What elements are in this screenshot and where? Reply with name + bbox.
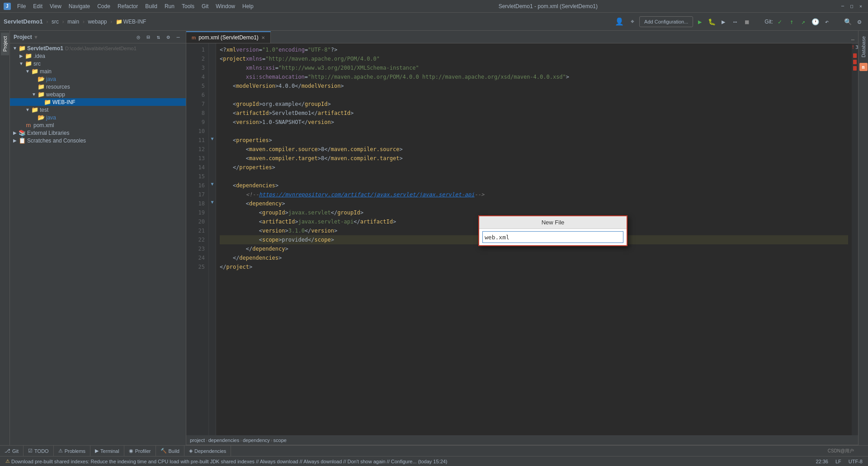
profiler-tab-label: Profiler bbox=[135, 448, 151, 454]
tree-resources[interactable]: ▶ 📁 resources bbox=[10, 83, 186, 90]
close-button[interactable]: ✕ bbox=[857, 3, 864, 10]
mvn-link[interactable]: https://mvnrepository.com/artifact/javax… bbox=[259, 190, 475, 199]
run-button[interactable]: ▶ bbox=[695, 17, 705, 27]
menu-run[interactable]: Run bbox=[161, 2, 178, 10]
git-tab-label: Git bbox=[12, 448, 19, 454]
tree-java-1[interactable]: ▶ 📂 java bbox=[10, 75, 186, 83]
hide-panel-button[interactable]: — bbox=[174, 33, 182, 41]
search-everywhere[interactable]: 🔍 bbox=[843, 17, 853, 27]
bc-project[interactable]: project bbox=[190, 437, 205, 443]
gutter-14 bbox=[209, 161, 216, 170]
menu-view[interactable]: View bbox=[46, 2, 65, 10]
webapp-label: webapp bbox=[46, 91, 65, 98]
line-ending[interactable]: LF bbox=[834, 459, 843, 464]
git-push[interactable]: ↗ bbox=[798, 17, 808, 27]
right-panel-tabs: Database m bbox=[858, 31, 868, 445]
tree-idea[interactable]: ▶ 📁 .idea bbox=[10, 52, 186, 60]
new-file-dialog: New File bbox=[478, 215, 627, 246]
profiler-tab[interactable]: ◉ Profiler bbox=[124, 446, 156, 456]
xml-pi: xml bbox=[226, 45, 236, 54]
main-area: Project Project ▼ ◎ ⊟ ⇅ ⚙ — ▼ 📁 ServletD… bbox=[0, 31, 868, 445]
deps-tab-icon: ◈ bbox=[189, 448, 193, 454]
bc-dependency[interactable]: dependency bbox=[243, 437, 270, 443]
menu-navigate[interactable]: Navigate bbox=[65, 2, 94, 10]
user-icon[interactable]: 👤 bbox=[615, 17, 624, 26]
menu-refactor[interactable]: Refactor bbox=[114, 2, 142, 10]
breadcrumb-main[interactable]: main bbox=[67, 19, 79, 25]
todo-tab[interactable]: ☑ TODO bbox=[24, 446, 54, 456]
bc-scope[interactable]: scope bbox=[274, 437, 287, 443]
git-tab[interactable]: ⎇ Git bbox=[0, 446, 24, 456]
tree-java-2[interactable]: ▶ 📂 java bbox=[10, 114, 186, 121]
tree-root[interactable]: ▼ 📁 ServletDemo1 D:\code\Java\bite\Servl… bbox=[10, 44, 186, 52]
stop-button[interactable]: ■ bbox=[742, 17, 752, 27]
maximize-button[interactable]: □ bbox=[848, 3, 855, 10]
bc-dependencies[interactable]: dependencies bbox=[208, 437, 240, 443]
new-file-input[interactable] bbox=[483, 232, 623, 243]
src-icon: 📁 bbox=[24, 60, 33, 67]
project-panel-tab[interactable]: Project bbox=[1, 33, 9, 55]
tree-test[interactable]: ▼ 📁 test bbox=[10, 106, 186, 114]
tree-scratches[interactable]: ▶ 📋 Scratches and Consoles bbox=[10, 137, 186, 144]
tree-ext-libs[interactable]: ▶ 📚 External Libraries bbox=[10, 129, 186, 137]
breadcrumb-src[interactable]: src bbox=[52, 19, 59, 25]
code-content[interactable]: <?xml version="1.0" encoding="UTF-8" ?> … bbox=[216, 43, 852, 435]
code-editor[interactable]: 1 2 3 4 5 6 7 8 9 10 11 12 13 14 15 16 1… bbox=[186, 43, 858, 435]
collapse-all-button[interactable]: ⊟ bbox=[144, 33, 152, 41]
add-configuration-button[interactable]: Add Configuration... bbox=[639, 16, 693, 27]
locate-file-button[interactable]: ◎ bbox=[134, 33, 142, 41]
tree-pom[interactable]: ▶ m pom.xml bbox=[10, 121, 186, 129]
build-tab[interactable]: 🔨 Build bbox=[156, 446, 184, 456]
ext-label: External Libraries bbox=[27, 130, 69, 136]
warning-area[interactable]: ⚠ Download pre-built shared indexes: Red… bbox=[4, 458, 810, 464]
code-line-11: <properties> bbox=[220, 136, 848, 145]
terminal-tab[interactable]: ▶ Terminal bbox=[90, 446, 124, 456]
ext-arrow: ▶ bbox=[12, 130, 18, 135]
navigate-back[interactable]: ⌖ bbox=[627, 17, 637, 27]
tree-main[interactable]: ▼ 📁 main bbox=[10, 67, 186, 75]
git-check[interactable]: ✓ bbox=[775, 17, 785, 27]
tab-icon: m bbox=[192, 35, 196, 40]
menu-build[interactable]: Build bbox=[142, 2, 161, 10]
editor-area: m pom.xml (ServletDemo1) ✕ ⋯ 1 2 3 4 5 6… bbox=[186, 31, 858, 445]
menu-tools[interactable]: Tools bbox=[178, 2, 198, 10]
tree-webapp[interactable]: ▼ 📁 webapp bbox=[10, 90, 186, 98]
tab-options[interactable]: ⋯ bbox=[848, 37, 858, 43]
menu-window[interactable]: Window bbox=[212, 2, 239, 10]
gutter-11[interactable]: ▼ bbox=[209, 134, 216, 143]
database-tab[interactable]: Database bbox=[859, 33, 868, 61]
git-update[interactable]: ↑ bbox=[787, 17, 797, 27]
tab-close-button[interactable]: ✕ bbox=[261, 35, 265, 40]
menu-code[interactable]: Code bbox=[94, 2, 114, 10]
settings-panel-button[interactable]: ⚙ bbox=[164, 33, 172, 41]
git-revert[interactable]: ↶ bbox=[822, 17, 832, 27]
pom-tab[interactable]: m pom.xml (ServletDemo1) ✕ bbox=[186, 31, 271, 43]
run-options[interactable]: ⋯ bbox=[730, 17, 740, 27]
menu-help[interactable]: Help bbox=[239, 2, 257, 10]
debug-button[interactable]: 🐛 bbox=[707, 17, 717, 27]
gutter-16[interactable]: ▼ bbox=[209, 179, 216, 188]
code-line-25: </project> bbox=[220, 262, 848, 271]
settings-button[interactable]: ⚙ bbox=[854, 17, 864, 27]
menu-edit[interactable]: Edit bbox=[29, 2, 46, 10]
gutter-5 bbox=[209, 80, 216, 89]
breadcrumb-webapp[interactable]: webapp bbox=[88, 19, 107, 25]
encoding[interactable]: UTF-8 bbox=[847, 459, 864, 464]
tree-src[interactable]: ▼ 📁 src bbox=[10, 60, 186, 67]
dependencies-tab[interactable]: ◈ Dependencies bbox=[184, 446, 231, 456]
project-panel: Project ▼ ◎ ⊟ ⇅ ⚙ — ▼ 📁 ServletDemo1 D:\… bbox=[10, 31, 186, 445]
sort-button[interactable]: ⇅ bbox=[154, 33, 162, 41]
problems-tab[interactable]: ⚠ Problems bbox=[54, 446, 90, 456]
right-scrollbar[interactable]: ! 3 bbox=[852, 43, 858, 435]
tree-webinf[interactable]: ▶ 📁 WEB-INF bbox=[10, 98, 186, 106]
warning-icon: ⚠ bbox=[5, 458, 10, 464]
breadcrumb-sep-3: › bbox=[82, 19, 85, 25]
git-history[interactable]: 🕐 bbox=[810, 17, 820, 27]
minimize-button[interactable]: ─ bbox=[839, 3, 846, 10]
menu-file[interactable]: File bbox=[14, 2, 29, 10]
gutter-18[interactable]: ▼ bbox=[209, 197, 216, 206]
menu-git[interactable]: Git bbox=[198, 2, 212, 10]
coverage-button[interactable]: ▶ bbox=[718, 17, 728, 27]
breadcrumb-webinf[interactable]: 📁 WEB-INF bbox=[116, 19, 146, 25]
maven-icon-area[interactable]: m bbox=[859, 61, 868, 75]
